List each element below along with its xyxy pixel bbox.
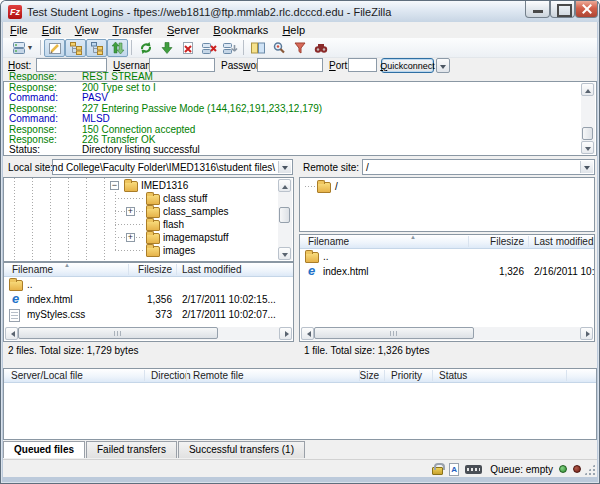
column-header-filename[interactable]: Filename [308, 236, 349, 247]
close-button[interactable] [575, 1, 598, 18]
menu-transfer[interactable]: Transfer [105, 23, 160, 37]
refresh-button[interactable] [135, 39, 156, 57]
queue-column-direction[interactable]: Direction [151, 370, 190, 381]
directory-comparison-button[interactable] [247, 39, 268, 57]
password-input[interactable] [257, 58, 323, 72]
tree-item[interactable]: images [163, 245, 195, 256]
column-separator[interactable] [359, 370, 360, 381]
log-line: Status:Directory listing successful [4, 145, 581, 154]
activity-led-green-icon [559, 465, 567, 473]
column-separator[interactable] [186, 370, 187, 381]
tree-item[interactable]: flash [163, 219, 184, 230]
list-horizontal-scrollbar[interactable] [301, 327, 593, 340]
scrollbar-thumb[interactable] [18, 327, 218, 339]
combo-dropdown-icon[interactable] [580, 161, 593, 173]
column-separator[interactable] [432, 370, 433, 381]
tree-item[interactable]: class_samples [163, 206, 229, 217]
find-files-button[interactable] [310, 39, 331, 57]
toggle-message-log-button[interactable] [44, 39, 65, 57]
titlebar[interactable]: Fz Test Student Logins - ftpes://web1811… [1, 1, 599, 22]
maximize-button[interactable] [550, 1, 575, 18]
menu-help[interactable]: Help [275, 23, 312, 37]
scroll-right-icon[interactable] [580, 327, 593, 340]
menu-file[interactable]: File [3, 23, 35, 37]
file-row[interactable]: eindex.html1,3262/16/2011 10: [300, 264, 594, 279]
log-scrollbar[interactable] [581, 83, 595, 154]
toggle-remote-tree-button[interactable] [86, 39, 107, 57]
scrollbar-thumb[interactable] [582, 127, 593, 140]
column-separator[interactable] [384, 370, 385, 381]
disconnect-button[interactable] [198, 39, 219, 57]
column-header-last-modified[interactable]: Last modified [534, 236, 593, 247]
column-separator[interactable] [566, 370, 567, 381]
column-separator[interactable] [468, 236, 469, 247]
process-queue-button[interactable] [156, 39, 177, 57]
scroll-up-icon[interactable] [581, 83, 594, 96]
scrollbar-thumb[interactable] [279, 207, 290, 223]
tree-expander-plus-icon[interactable]: + [126, 207, 135, 216]
file-row[interactable]: myStyles.css3732/17/2011 10:02:07... [4, 307, 293, 322]
tree-scrollbar[interactable] [278, 179, 292, 260]
scroll-left-icon[interactable] [301, 327, 314, 340]
column-header-filesize[interactable]: Filesize [132, 264, 172, 275]
local-site-combobox[interactable]: ments\Richland College\Faculty Folder\IM… [52, 159, 293, 175]
column-header-last-modified[interactable]: Last modified [182, 264, 241, 275]
cancel-button[interactable] [177, 39, 198, 57]
tree-item[interactable]: IMED1316 [141, 180, 188, 191]
file-row[interactable]: eindex.html1,3562/17/2011 10:02:15... [4, 292, 293, 307]
site-manager-button[interactable]: ▾ [6, 39, 37, 57]
column-header-filesize[interactable]: Filesize [484, 236, 524, 247]
transfer-queue[interactable]: Server/Local fileDirectionRemote fileSiz… [3, 368, 597, 440]
remote-directory-tree[interactable]: / [299, 177, 595, 232]
queue-column-server-local-file[interactable]: Server/Local file [11, 370, 83, 381]
menu-edit[interactable]: Edit [35, 23, 68, 37]
column-separator[interactable] [144, 370, 145, 381]
list-horizontal-scrollbar[interactable] [5, 327, 292, 340]
file-row[interactable]: .. [4, 277, 293, 292]
queue-column-remote-file[interactable]: Remote file [193, 370, 244, 381]
scroll-down-icon[interactable] [581, 141, 594, 154]
column-separator[interactable] [128, 264, 129, 275]
filter-button[interactable] [289, 39, 310, 57]
local-file-list[interactable]: Filename▲FilesizeLast modified..eindex.h… [3, 262, 294, 342]
menu-view[interactable]: View [68, 23, 106, 37]
tree-expander-minus-icon[interactable]: − [110, 181, 119, 190]
username-input[interactable] [149, 58, 215, 72]
column-separator[interactable] [528, 236, 529, 247]
combo-dropdown-icon[interactable] [278, 161, 291, 173]
scroll-left-icon[interactable] [5, 327, 18, 340]
tree-item[interactable]: imagemapstuff [163, 232, 228, 243]
queue-column-status[interactable]: Status [439, 370, 467, 381]
toggle-transfer-queue-button[interactable] [107, 39, 128, 57]
quickconnect-dropdown[interactable] [436, 58, 450, 73]
remote-file-list[interactable]: Filename▲FilesizeLast modified..eindex.h… [299, 234, 595, 342]
resize-grip[interactable] [584, 464, 595, 475]
minimize-button[interactable] [525, 1, 550, 18]
synchronized-browsing-button[interactable] [268, 39, 289, 57]
queue-column-size[interactable]: Size [341, 370, 379, 381]
toggle-local-tree-button[interactable] [65, 39, 86, 57]
scroll-up-icon[interactable] [278, 179, 291, 192]
file-row[interactable]: .. [300, 249, 594, 264]
tree-item[interactable]: class stuff [163, 193, 207, 204]
scrollbar-thumb[interactable] [314, 327, 474, 339]
remote-site-combobox[interactable]: / [362, 159, 595, 175]
port-input[interactable] [348, 58, 377, 72]
scroll-down-icon[interactable] [278, 247, 291, 260]
scroll-right-icon[interactable] [279, 327, 292, 340]
tree-expander-plus-icon[interactable]: + [126, 233, 135, 242]
menu-server[interactable]: Server [160, 23, 206, 37]
file-name: index.html [323, 266, 369, 277]
column-header-filename[interactable]: Filename [12, 264, 53, 275]
quickconnect-button[interactable]: Quickconnect [381, 58, 434, 73]
tab-queued-files[interactable]: Queued files [3, 441, 85, 458]
column-separator[interactable] [176, 264, 177, 275]
tree-item[interactable]: / [335, 181, 338, 192]
reconnect-button[interactable] [219, 39, 240, 57]
tab-successful-transfers-1-[interactable]: Successful transfers (1) [178, 441, 305, 458]
local-directory-tree[interactable]: −IMED1316class stuff+class_samplesflash+… [3, 177, 294, 262]
tab-failed-transfers[interactable]: Failed transfers [86, 441, 177, 458]
menu-bookmarks[interactable]: Bookmarks [206, 23, 275, 37]
queue-column-priority[interactable]: Priority [391, 370, 422, 381]
host-input[interactable] [36, 58, 107, 72]
